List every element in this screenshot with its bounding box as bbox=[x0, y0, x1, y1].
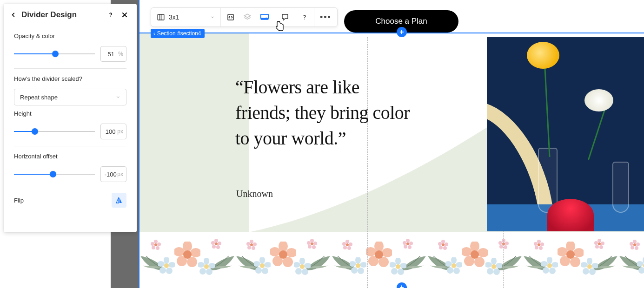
panel-divider bbox=[14, 146, 126, 146]
help-icon[interactable] bbox=[107, 11, 114, 19]
svg-point-119 bbox=[504, 245, 507, 249]
svg-point-139 bbox=[581, 262, 588, 268]
canvas-selection-edge bbox=[139, 0, 139, 288]
svg-point-22 bbox=[157, 242, 161, 246]
help-button[interactable] bbox=[295, 8, 314, 26]
svg-point-111 bbox=[441, 240, 445, 243]
svg-point-60 bbox=[308, 245, 312, 249]
opacity-value-input[interactable]: 51 % bbox=[100, 46, 126, 62]
svg-point-124 bbox=[573, 248, 584, 257]
svg-point-85 bbox=[342, 242, 346, 246]
flip-horizontal-button[interactable] bbox=[112, 193, 126, 208]
hero-image[interactable] bbox=[487, 37, 644, 231]
section-toolbar: 3x1 ••• bbox=[151, 7, 338, 27]
svg-point-56 bbox=[250, 243, 253, 246]
svg-rect-188 bbox=[261, 14, 269, 18]
svg-point-137 bbox=[589, 268, 596, 275]
stretch-icon[interactable] bbox=[226, 13, 235, 21]
svg-point-189 bbox=[304, 19, 305, 20]
svg-point-104 bbox=[451, 263, 456, 268]
svg-point-118 bbox=[505, 242, 509, 245]
svg-point-114 bbox=[439, 246, 443, 249]
svg-point-122 bbox=[502, 242, 505, 245]
hoffset-label: Horizontal offset bbox=[14, 153, 126, 160]
svg-point-26 bbox=[154, 243, 157, 246]
comment-icon bbox=[281, 13, 289, 21]
back-icon[interactable] bbox=[10, 12, 17, 18]
svg-point-133 bbox=[541, 261, 548, 267]
grid-layout-select[interactable]: 3x1 bbox=[151, 8, 221, 26]
svg-point-116 bbox=[442, 243, 445, 246]
svg-point-23 bbox=[156, 246, 159, 250]
svg-point-113 bbox=[443, 246, 447, 250]
layers-icon[interactable] bbox=[243, 13, 252, 21]
add-section-button[interactable]: + bbox=[397, 27, 407, 37]
svg-point-64 bbox=[382, 248, 392, 257]
help-icon bbox=[301, 13, 308, 21]
svg-point-0 bbox=[110, 16, 111, 17]
svg-point-175 bbox=[630, 242, 633, 246]
hero-author[interactable]: Unknown bbox=[236, 189, 273, 199]
svg-point-81 bbox=[345, 240, 349, 243]
svg-point-53 bbox=[252, 246, 255, 250]
hoffset-value: -100 bbox=[104, 171, 117, 178]
hoffset-slider[interactable] bbox=[14, 170, 95, 179]
svg-point-75 bbox=[395, 258, 401, 265]
svg-point-77 bbox=[398, 268, 404, 275]
height-slider[interactable] bbox=[14, 127, 95, 136]
svg-point-54 bbox=[247, 246, 251, 249]
svg-point-20 bbox=[204, 264, 209, 269]
svg-point-105 bbox=[491, 258, 497, 265]
svg-point-43 bbox=[254, 261, 260, 267]
svg-point-47 bbox=[302, 268, 308, 275]
svg-point-31 bbox=[211, 241, 215, 245]
opacity-unit: % bbox=[118, 51, 123, 57]
svg-point-82 bbox=[349, 242, 352, 246]
svg-point-58 bbox=[313, 242, 317, 245]
scale-label: How's the divider scaled? bbox=[14, 75, 126, 82]
chevron-down-icon bbox=[210, 15, 215, 20]
svg-point-71 bbox=[358, 268, 364, 274]
comment-button[interactable] bbox=[275, 8, 295, 26]
hero-quote[interactable]: “Flowers are like friends; they bring co… bbox=[235, 74, 413, 151]
height-value-input[interactable]: 100 px bbox=[100, 124, 126, 139]
svg-point-128 bbox=[566, 250, 575, 259]
svg-point-152 bbox=[598, 242, 601, 245]
panel-body: Opacity & color 51 % How's the divider s… bbox=[4, 26, 137, 232]
svg-point-13 bbox=[158, 261, 165, 267]
divider-icon[interactable] bbox=[260, 13, 269, 21]
svg-point-162 bbox=[638, 267, 644, 274]
svg-point-135 bbox=[587, 258, 592, 265]
hoffset-value-input[interactable]: -100 px bbox=[100, 166, 126, 182]
svg-point-32 bbox=[215, 242, 218, 245]
svg-point-42 bbox=[255, 267, 262, 274]
svg-point-14 bbox=[164, 263, 169, 268]
choose-plan-label: Choose a Plan bbox=[375, 17, 427, 26]
editor-canvas[interactable]: /* units generated below via cloning in … bbox=[139, 0, 644, 288]
svg-point-4 bbox=[190, 248, 200, 257]
svg-point-101 bbox=[453, 268, 460, 274]
svg-point-131 bbox=[549, 268, 556, 274]
svg-point-147 bbox=[598, 239, 601, 242]
svg-point-171 bbox=[633, 240, 637, 243]
svg-point-12 bbox=[159, 267, 166, 274]
svg-point-45 bbox=[299, 258, 305, 265]
hoffset-unit: px bbox=[117, 171, 123, 177]
scale-mode-select[interactable]: Repeat shape bbox=[14, 89, 126, 105]
section-breadcrumb[interactable]: ‹ Section #section4 bbox=[151, 29, 205, 38]
svg-point-143 bbox=[539, 246, 543, 250]
height-value: 100 bbox=[104, 128, 117, 135]
svg-point-28 bbox=[218, 242, 221, 245]
svg-point-148 bbox=[601, 242, 604, 245]
svg-point-117 bbox=[502, 239, 505, 242]
close-icon[interactable] bbox=[121, 11, 128, 19]
more-button[interactable]: ••• bbox=[314, 8, 337, 26]
svg-point-55 bbox=[246, 242, 250, 246]
opacity-slider[interactable] bbox=[14, 49, 95, 59]
svg-point-99 bbox=[451, 257, 457, 264]
svg-point-78 bbox=[391, 268, 398, 275]
svg-point-25 bbox=[151, 242, 154, 246]
chevron-left-icon: ‹ bbox=[153, 31, 155, 36]
svg-point-108 bbox=[487, 268, 493, 275]
svg-point-57 bbox=[310, 239, 314, 242]
